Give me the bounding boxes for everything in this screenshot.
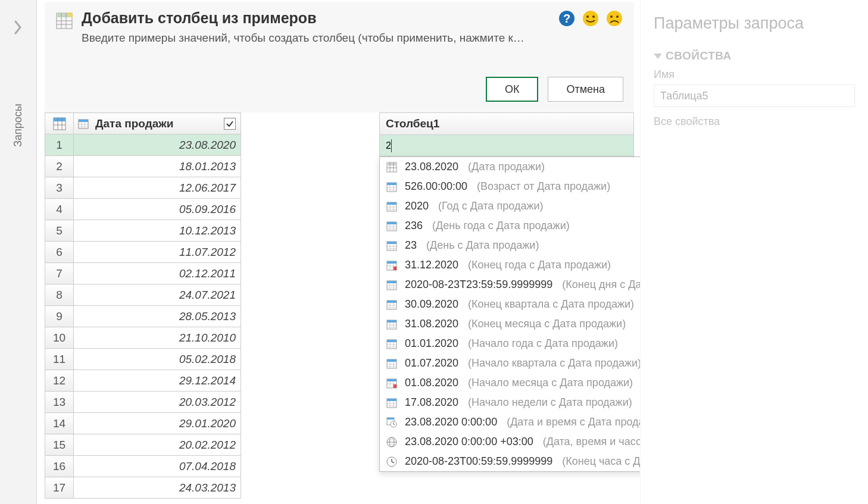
date-cell[interactable]: 29.01.2020 [74, 413, 241, 434]
svg-point-10 [586, 15, 589, 18]
svg-rect-32 [387, 183, 396, 185]
svg-rect-27 [387, 162, 396, 165]
table-row[interactable]: 12 29.12.2014 [45, 370, 241, 392]
suggestion-hint: (Конец квартала с Дата продажи) [468, 298, 634, 311]
suggestion-hint: (Дата и время с Дата продажи) [507, 416, 661, 428]
suggestion-value: 01.01.2020 [405, 337, 458, 350]
suggestion-value: 23 [405, 239, 417, 252]
svg-rect-44 [387, 222, 396, 224]
ok-button[interactable]: ОК [486, 77, 539, 102]
date-cell[interactable]: 18.01.2013 [74, 156, 241, 177]
row-number-cell: 7 [45, 263, 74, 284]
table-row[interactable]: 1 23.08.2020 [45, 134, 241, 156]
svg-rect-80 [387, 340, 396, 342]
table-row[interactable]: 5 10.12.2013 [45, 220, 241, 242]
date-cell[interactable]: 10.12.2013 [74, 220, 241, 242]
feedback-happy-icon[interactable] [582, 10, 600, 27]
column-header-date[interactable]: Дата продажи [74, 113, 241, 134]
queries-sidebar[interactable]: Запросы [0, 0, 37, 504]
row-number-cell: 11 [45, 349, 74, 370]
row-number-cell: 6 [45, 242, 74, 263]
row-number-header[interactable] [45, 113, 74, 134]
example-input-text: 2 [386, 140, 391, 151]
table-row[interactable]: 13 20.03.2012 [45, 392, 241, 413]
calendar-icon [386, 358, 398, 370]
date-cell[interactable]: 24.07.2021 [74, 284, 241, 306]
table-row[interactable]: 7 02.12.2011 [45, 263, 241, 284]
panel-description: Введите примеры значений, чтобы создать … [82, 32, 524, 45]
collapse-triangle-icon [654, 54, 662, 59]
date-cell[interactable]: 29.12.2014 [74, 370, 241, 392]
calendar-icon [386, 397, 398, 409]
suggestion-value: 01.07.2020 [405, 357, 458, 370]
svg-rect-74 [387, 320, 396, 323]
date-cell[interactable]: 05.02.2018 [74, 349, 241, 370]
suggestion-value: 23.08.2020 0:00:00 [405, 416, 497, 428]
svg-rect-50 [387, 242, 396, 244]
new-column-header[interactable]: Столбец1 [379, 112, 634, 135]
table-row[interactable]: 6 11.07.2012 [45, 242, 241, 263]
query-name-input[interactable] [654, 84, 855, 107]
calendar-icon [386, 201, 398, 212]
svg-rect-56 [387, 261, 396, 264]
datetime-icon [386, 417, 398, 428]
suggestion-value: 2020-08-23T00:59:59.9999999 [405, 455, 552, 468]
date-cell[interactable]: 07.04.2018 [74, 456, 241, 477]
properties-section-label: СВОЙСТВА [666, 49, 732, 62]
date-cell[interactable]: 05.09.2016 [74, 199, 241, 220]
svg-rect-86 [387, 359, 396, 362]
properties-section-header[interactable]: СВОЙСТВА [654, 49, 855, 62]
table-row[interactable]: 10 21.10.2010 [45, 327, 241, 349]
calendar-red-icon [386, 259, 398, 271]
row-number-cell: 13 [45, 392, 74, 413]
calendar-icon [77, 118, 89, 130]
date-cell[interactable]: 23.08.2020 [74, 134, 241, 156]
svg-rect-62 [387, 281, 396, 283]
table-icon [53, 117, 66, 130]
calendar-icon [386, 299, 398, 311]
date-cell[interactable]: 02.12.2011 [74, 263, 241, 284]
name-field-label: Имя [654, 68, 855, 81]
suggestion-value: 236 [405, 220, 423, 232]
chevron-right-icon[interactable] [13, 19, 24, 36]
suggestion-value: 31.12.2020 [405, 259, 458, 271]
table-row[interactable]: 2 18.01.2013 [45, 156, 241, 177]
table-row[interactable]: 11 05.02.2018 [45, 349, 241, 370]
globe-icon [386, 436, 398, 448]
svg-rect-104 [387, 418, 394, 420]
table-row[interactable]: 9 28.05.2013 [45, 306, 241, 327]
date-cell[interactable]: 20.03.2012 [74, 392, 241, 413]
date-cell[interactable]: 28.05.2013 [74, 306, 241, 327]
suggestion-value: 2020-08-23T23:59:59.9999999 [405, 278, 552, 291]
all-properties-link[interactable]: Все свойства [654, 115, 855, 128]
help-icon[interactable]: ? [558, 10, 576, 27]
cancel-button[interactable]: Отмена [548, 77, 623, 102]
date-cell[interactable]: 24.03.2013 [74, 477, 241, 499]
suggestion-hint: (Конец месяца с Дата продажи) [468, 318, 626, 330]
new-column-name: Столбец1 [386, 117, 439, 130]
table-row[interactable]: 15 20.02.2012 [45, 434, 241, 456]
example-input-cell[interactable]: 2 [379, 135, 634, 156]
table-row[interactable]: 8 24.07.2021 [45, 284, 241, 306]
suggestion-hint: (Возраст от Дата продажи) [477, 180, 610, 193]
table-row[interactable]: 3 12.06.2017 [45, 177, 241, 199]
date-cell[interactable]: 11.07.2012 [74, 242, 241, 263]
suggestion-value: 31.08.2020 [405, 318, 458, 330]
table-row[interactable]: 4 05.09.2016 [45, 199, 241, 220]
suggestion-value: 23.08.2020 [405, 161, 458, 173]
date-cell[interactable]: 21.10.2010 [74, 327, 241, 349]
row-number-cell: 15 [45, 434, 74, 456]
table-row[interactable]: 16 07.04.2018 [45, 456, 241, 477]
suggestion-value: 30.09.2020 [405, 298, 458, 311]
feedback-sad-icon[interactable] [605, 10, 623, 27]
date-cell[interactable]: 20.02.2012 [74, 434, 241, 456]
row-number-cell: 9 [45, 306, 74, 327]
svg-rect-92 [387, 379, 396, 381]
source-data-table: Дата продажи 1 23.08.2020 2 18.01.2013 3… [45, 112, 241, 499]
column-checkbox[interactable] [224, 118, 236, 130]
table-row[interactable]: 14 29.01.2020 [45, 413, 241, 434]
svg-rect-21 [79, 120, 88, 122]
date-cell[interactable]: 12.06.2017 [74, 177, 241, 199]
table-row[interactable]: 17 24.03.2013 [45, 477, 241, 499]
suggestion-hint: (Начало недели с Дата продажи) [468, 396, 632, 409]
